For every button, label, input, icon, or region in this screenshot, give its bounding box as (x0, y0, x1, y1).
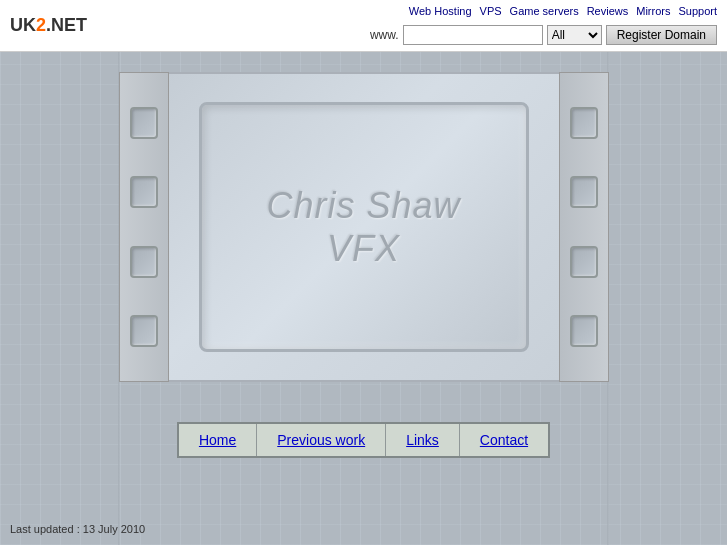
nav-home[interactable]: Home (179, 424, 257, 456)
sprocket-hole (130, 315, 158, 347)
sprocket-hole (130, 107, 158, 139)
register-domain-button[interactable]: Register Domain (606, 25, 717, 45)
nav-support[interactable]: Support (678, 5, 717, 17)
nav-mirrors[interactable]: Mirrors (636, 5, 670, 17)
nav-previous-work[interactable]: Previous work (257, 424, 386, 456)
sprocket-hole (130, 176, 158, 208)
domain-input[interactable] (403, 25, 543, 45)
nav-contact[interactable]: Contact (460, 424, 548, 456)
nav-vps[interactable]: VPS (480, 5, 502, 17)
nav-game-servers[interactable]: Game servers (510, 5, 579, 17)
top-bar: UK2.NET Web Hosting VPS Game servers Rev… (0, 0, 727, 52)
film-strip: Chris Shaw VFX (119, 72, 609, 382)
footer: Last updated : 13 July 2010 (10, 523, 145, 535)
sprocket-hole (570, 246, 598, 278)
right-film-strip (559, 72, 609, 382)
nav-reviews[interactable]: Reviews (587, 5, 629, 17)
nav-links[interactable]: Links (386, 424, 460, 456)
logo-highlight: 2 (36, 15, 46, 35)
nav-menu: Home Previous work Links Contact (177, 422, 550, 458)
film-frame: Chris Shaw VFX (169, 72, 559, 382)
sprocket-hole (570, 176, 598, 208)
sprocket-hole (570, 315, 598, 347)
site-title: Chris Shaw VFX (266, 184, 460, 270)
left-film-strip (119, 72, 169, 382)
last-updated: Last updated : 13 July 2010 (10, 523, 145, 535)
site-logo: UK2.NET (10, 15, 87, 36)
www-label: www. (370, 28, 399, 42)
nav-web-hosting[interactable]: Web Hosting (409, 5, 472, 17)
nav-links: Web Hosting VPS Game servers Reviews Mir… (409, 5, 717, 17)
main-content: Chris Shaw VFX Home Previous work Links … (0, 52, 727, 545)
sprocket-hole (130, 246, 158, 278)
sprocket-hole (570, 107, 598, 139)
domain-select[interactable]: All (547, 25, 602, 45)
domain-bar: www. All Register Domain (370, 25, 717, 45)
inner-frame: Chris Shaw VFX (199, 102, 529, 352)
